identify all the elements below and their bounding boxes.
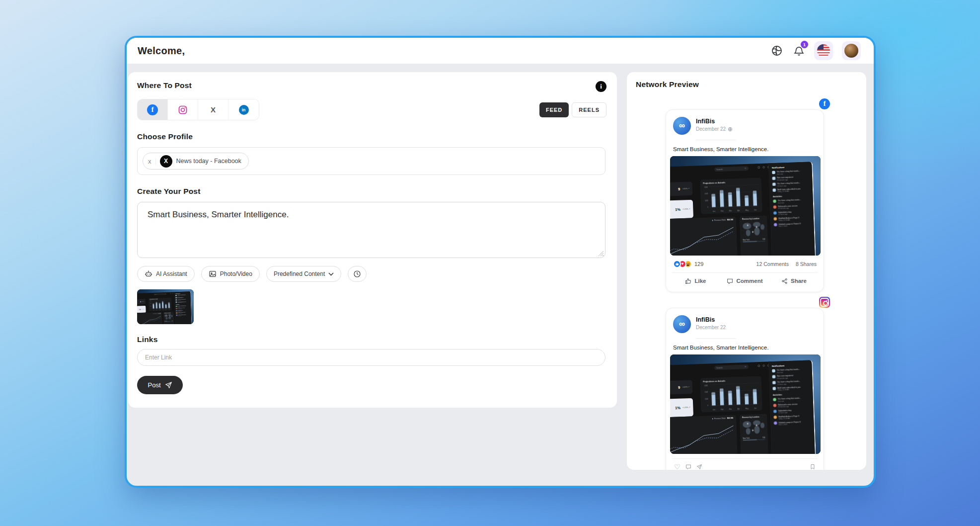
share-icon <box>781 278 788 284</box>
instagram-icon <box>178 105 188 115</box>
notification-badge: 1 <box>801 41 808 48</box>
dash-revenue-card: Revenue by Location New York72K <box>740 414 769 454</box>
dash-notifications-column: Notifications You have a bug that needs.… <box>768 162 816 256</box>
instagram-badge-icon <box>819 297 830 308</box>
language-flag-button[interactable] <box>814 41 833 60</box>
post-image: Search⌘/ 9-0.83% ↗ 1%+1.01% ↗ Projection… <box>670 156 821 256</box>
author-name: InfiBis <box>696 315 726 323</box>
dash-bar-chart: Projections vs Actuals 30M20M10M0 JanFeb… <box>700 376 762 412</box>
dash-search-bar: Search⌘/ <box>153 293 166 295</box>
dash-bar-chart: Projections vs Actuals 30M20M10M0 JanFeb… <box>149 297 172 311</box>
header: Welcome, 1 <box>127 38 874 64</box>
chip-avatar: X <box>160 155 172 168</box>
instagram-action-icons: ♡ <box>674 463 816 470</box>
facebook-icon: f <box>147 104 158 115</box>
dash-bar-chart: Projections vs Actuals 30M20M10M0 JanFeb… <box>700 177 762 214</box>
post-date: December 22 <box>696 325 726 330</box>
profile-chip[interactable]: x X News today - Facebook <box>143 153 249 170</box>
user-avatar-button[interactable] <box>842 41 861 60</box>
reaction-icons: ♥ <box>673 260 689 268</box>
instagram-preview-card: ∞ InfiBis December 22 Smart Business, Sm… <box>666 308 824 470</box>
post-caption: Smart Business, Smarter Intelligence. <box>673 345 817 351</box>
dash-revenue-card: Revenue by Location New York72K <box>740 215 769 256</box>
post-mode-toggle: FEED REELS <box>539 102 606 117</box>
author-name: InfiBis <box>696 117 733 125</box>
dashboard-panel: Search⌘/ 9-0.83% ↗ 1%+1.01% ↗ Projection… <box>137 291 192 324</box>
tab-linkedin[interactable]: in <box>228 99 259 120</box>
post-action-bar: Like Comment Share <box>671 273 819 289</box>
network-preview-title: Network Preview <box>636 80 857 89</box>
header-icons: 1 <box>770 41 861 60</box>
facebook-preview-card: f ∞ InfiBis December 22 Smart Busi <box>666 109 824 292</box>
dash-notifications-column: Notifications You have a bug that needs.… <box>768 360 816 454</box>
ai-assistant-button[interactable]: AI Assistant <box>137 266 195 282</box>
chip-label: News today - Facebook <box>176 158 241 165</box>
dash-stat-card-light: 1%+1.01% ↗ <box>670 200 693 219</box>
photo-video-button[interactable]: Photo/Video <box>201 266 260 282</box>
post-image: Search⌘/ 9-0.83% ↗ 1%+1.01% ↗ Projection… <box>670 354 821 454</box>
dashboard-screenshot: Search⌘/ 9-0.83% ↗ 1%+1.01% ↗ Projection… <box>670 156 821 256</box>
facebook-badge-icon: f <box>819 98 830 109</box>
create-post-label: Create Your Post <box>137 187 606 196</box>
comment-icon[interactable] <box>685 464 691 470</box>
tab-instagram[interactable] <box>168 99 198 120</box>
dash-stat-card-dark: 9-0.83% ↗ <box>137 299 146 304</box>
choose-profile-label: Choose Profile <box>137 132 606 141</box>
dashboard-screenshot: Search⌘/ 9-0.83% ↗ 1%+1.01% ↗ Projection… <box>670 354 821 454</box>
profile-select-box[interactable]: x X News today - Facebook <box>137 147 605 175</box>
predefined-content-dropdown[interactable]: Predefined Content <box>266 266 341 282</box>
post-text-box: Smart Business, Smarter Intelligence. <box>137 202 605 258</box>
link-input[interactable] <box>137 349 605 366</box>
globe-icon[interactable] <box>770 44 783 57</box>
share-button[interactable]: Share <box>769 278 819 284</box>
dash-line-chart: Previous Week$68,768 <box>670 415 738 454</box>
network-tabs: f X in <box>137 99 259 120</box>
brand-avatar: ∞ <box>673 315 691 333</box>
dash-notifications-column: Notifications You have a bug that needs.… <box>174 291 192 324</box>
x-icon: X <box>211 105 216 114</box>
composer-panel: Where To Post i f <box>128 72 617 408</box>
notifications-bell[interactable]: 1 <box>792 44 805 57</box>
dash-stat-card-dark: 9-0.83% ↗ <box>670 380 692 395</box>
shares-count: 8 Shares <box>796 261 817 267</box>
dashboard-screenshot: Search⌘/ 9-0.83% ↗ 1%+1.01% ↗ Projection… <box>137 289 194 324</box>
send-icon <box>165 381 172 389</box>
post-button[interactable]: Post <box>137 376 183 394</box>
network-preview-panel: Network Preview f ∞ InfiBis December 22 <box>627 72 866 470</box>
schedule-button[interactable] <box>348 266 367 282</box>
chip-remove-icon[interactable]: x <box>148 158 156 165</box>
reaction-count: 129 <box>694 261 703 267</box>
tab-x[interactable]: X <box>198 99 228 120</box>
clock-icon <box>353 270 361 278</box>
photo-icon <box>209 270 217 278</box>
like-icon <box>685 278 691 284</box>
reels-button[interactable]: REELS <box>572 102 606 117</box>
info-icon[interactable]: i <box>596 81 606 92</box>
heart-icon[interactable]: ♡ <box>674 463 680 470</box>
dash-line-chart: Previous Week$68,768 <box>670 216 738 256</box>
chevron-down-icon <box>328 272 334 276</box>
post-stats: ♥ 129 12 Comments 8 Shares <box>673 260 817 268</box>
comment-button[interactable]: Comment <box>720 278 769 284</box>
dash-stat-card-dark: 9-0.83% ↗ <box>670 181 692 196</box>
dash-line-chart: Previous Week$68,768 <box>137 312 162 324</box>
attached-media-thumbnail[interactable]: Search⌘/ 9-0.83% ↗ 1%+1.01% ↗ Projection… <box>137 289 194 324</box>
tab-facebook[interactable]: f <box>138 99 168 120</box>
dash-stat-card-light: 1%+1.01% ↗ <box>137 306 146 313</box>
brand-avatar: ∞ <box>673 117 691 135</box>
user-avatar <box>844 44 858 58</box>
send-icon[interactable] <box>696 464 702 470</box>
bookmark-icon[interactable] <box>810 464 816 470</box>
window-body: Where To Post i f <box>127 64 874 486</box>
comment-icon <box>727 278 733 284</box>
post-textarea[interactable]: Smart Business, Smarter Intelligence. <box>138 202 605 258</box>
feed-button[interactable]: FEED <box>539 102 569 117</box>
like-button[interactable]: Like <box>671 278 720 284</box>
app-window: Welcome, 1 <box>125 36 876 488</box>
dashboard-panel: Search⌘/ 9-0.83% ↗ 1%+1.01% ↗ Projection… <box>670 360 816 454</box>
us-flag-icon <box>817 44 830 57</box>
post-caption: Smart Business, Smarter Intelligence. <box>673 146 817 152</box>
dashboard-panel: Search⌘/ 9-0.83% ↗ 1%+1.01% ↗ Projection… <box>670 162 816 256</box>
post-date: December 22 <box>696 126 733 132</box>
privacy-globe-icon <box>728 127 733 132</box>
